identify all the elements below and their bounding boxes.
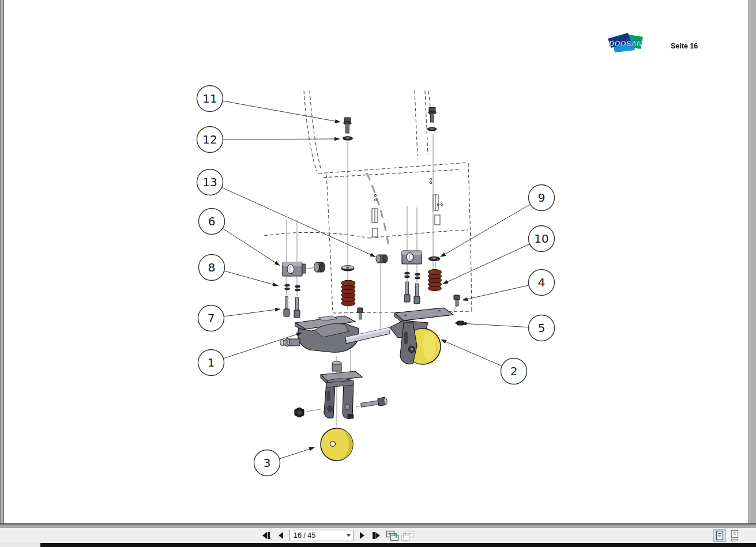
exploded-parts-diagram: 11121368713910452	[190, 81, 562, 487]
screw-4	[454, 295, 460, 306]
previous-view-icon	[385, 530, 399, 541]
svg-text:8: 8	[208, 261, 216, 274]
page-number-dropdown-icon	[346, 534, 351, 537]
svg-text:3: 3	[264, 456, 271, 470]
svg-text:1: 1	[208, 356, 215, 369]
doosan-logo-text: DOOSAN	[609, 40, 642, 48]
axle-bolt	[360, 397, 388, 409]
svg-text:12: 12	[202, 133, 217, 146]
callout-8: 8	[199, 255, 279, 286]
svg-text:7: 7	[208, 311, 215, 325]
bolts-right-pair	[404, 282, 420, 304]
svg-text:4: 4	[538, 276, 546, 289]
first-page-icon	[261, 531, 271, 540]
page-number-dropdown-button[interactable]	[344, 530, 353, 541]
previous-page-icon	[277, 531, 285, 540]
next-view-icon	[401, 530, 415, 541]
svg-text:5: 5	[538, 321, 546, 335]
svg-text:13: 13	[202, 175, 217, 189]
page-label: Seite 16	[671, 42, 698, 50]
bushing-13	[376, 255, 388, 263]
navigation-toolbar: 16 / 45	[0, 528, 756, 543]
callout-3: 3	[254, 447, 315, 476]
doosan-logo: DOOSAN	[607, 32, 645, 54]
bolt-top-right	[427, 107, 437, 131]
svg-text:2: 2	[510, 364, 518, 378]
small-bolt-center	[358, 308, 363, 319]
single-page-view-button[interactable]	[713, 529, 726, 542]
last-page-button[interactable]	[370, 530, 382, 541]
bolt-11	[344, 118, 352, 133]
wheel-3	[321, 428, 353, 461]
end-cap-left	[314, 262, 325, 272]
callouts-layer: 11121368713910452	[197, 86, 555, 476]
svg-text:10: 10	[534, 232, 548, 246]
clamp-block-left	[283, 262, 306, 276]
nut-left	[295, 408, 304, 417]
washer-right	[428, 256, 440, 261]
continuous-view-icon	[728, 529, 741, 542]
next-page-icon	[358, 531, 366, 540]
previous-view-button[interactable]	[385, 530, 400, 541]
window-left-edge	[0, 0, 4, 525]
scrollbar-track[interactable]	[0, 543, 756, 547]
callout-4: 4	[462, 270, 555, 301]
callout-5: 5	[461, 315, 555, 341]
doosan-logo-icon: DOOSAN	[607, 32, 645, 54]
washer-12	[343, 137, 353, 140]
page-number-combobox[interactable]: 16 / 45	[289, 530, 353, 541]
callout-11: 11	[197, 86, 341, 123]
svg-text:9: 9	[538, 191, 546, 205]
bolts-left-pair	[284, 296, 300, 318]
svg-text:6: 6	[208, 214, 216, 228]
spring-left	[341, 280, 355, 306]
next-view-button[interactable]	[400, 530, 415, 541]
continuous-view-button[interactable]	[728, 529, 741, 542]
chassis-details	[372, 178, 443, 237]
page-number-value[interactable]: 16 / 45	[290, 531, 344, 540]
spring-right	[428, 269, 442, 291]
clamp-block-right	[402, 251, 422, 264]
previous-page-button[interactable]	[274, 530, 287, 541]
svg-text:11: 11	[202, 92, 217, 105]
single-page-view-icon	[713, 529, 726, 542]
next-page-button[interactable]	[356, 530, 368, 541]
last-page-icon	[371, 531, 381, 540]
washer-stack-center	[341, 266, 354, 271]
scrollbar-thumb[interactable]	[0, 543, 40, 547]
callout-2: 2	[441, 339, 527, 384]
first-page-button[interactable]	[259, 530, 272, 541]
caster-assembly-2	[390, 308, 453, 364]
window-right-edge	[749, 0, 756, 525]
callout-7: 7	[198, 305, 281, 331]
callout-12: 12	[197, 127, 341, 153]
